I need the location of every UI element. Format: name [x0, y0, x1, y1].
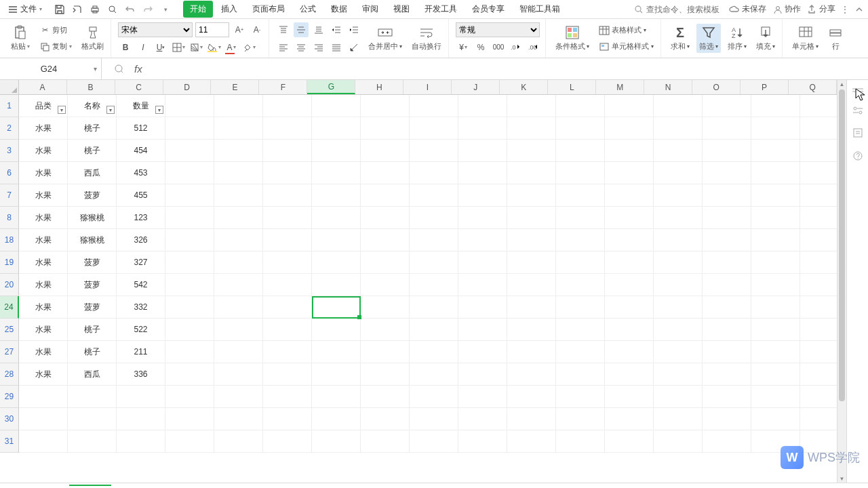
cell-style-button[interactable]: 单元格样式▾ — [596, 40, 656, 54]
cell[interactable] — [410, 140, 458, 162]
cell[interactable] — [361, 408, 410, 430]
cell[interactable] — [605, 251, 654, 274]
cell[interactable] — [165, 319, 214, 341]
row-header-29[interactable]: 29 — [0, 386, 19, 408]
cell[interactable] — [800, 117, 837, 140]
cell[interactable] — [214, 162, 263, 184]
cell[interactable]: 猕猴桃 — [68, 207, 117, 229]
cell[interactable] — [263, 117, 312, 140]
cell[interactable] — [751, 207, 800, 229]
cell[interactable] — [312, 274, 361, 296]
cell[interactable] — [361, 140, 410, 162]
format-painter-button[interactable]: 格式刷 — [79, 24, 106, 53]
cell[interactable]: 542 — [117, 274, 165, 296]
cell[interactable] — [703, 408, 751, 430]
cell[interactable] — [410, 274, 458, 296]
cell[interactable] — [751, 140, 800, 162]
cell[interactable] — [68, 430, 117, 453]
cell[interactable]: 水果 — [19, 363, 68, 386]
cell[interactable] — [214, 251, 263, 274]
cell[interactable]: 512 — [117, 117, 165, 140]
cell[interactable] — [19, 430, 68, 453]
scroll-up-button[interactable]: ▲ — [837, 80, 846, 88]
cell[interactable] — [800, 95, 837, 117]
orientation-button[interactable] — [347, 40, 361, 55]
cell[interactable] — [312, 363, 361, 386]
cell[interactable] — [361, 229, 410, 251]
cell[interactable] — [165, 207, 214, 229]
align-left-button[interactable] — [276, 40, 291, 55]
cell[interactable]: 桃子 — [68, 140, 117, 162]
cell[interactable] — [605, 207, 654, 229]
cell[interactable] — [654, 117, 703, 140]
cell[interactable] — [507, 95, 556, 117]
cell[interactable] — [458, 251, 507, 274]
cell[interactable] — [605, 363, 654, 386]
cell[interactable] — [165, 363, 214, 386]
cell[interactable] — [507, 251, 556, 274]
cell[interactable]: 327 — [117, 251, 165, 274]
cell[interactable] — [507, 319, 556, 341]
cell[interactable] — [19, 386, 68, 408]
cell[interactable]: 455 — [117, 184, 165, 207]
cell[interactable] — [605, 341, 654, 363]
cell[interactable] — [410, 207, 458, 229]
cell[interactable] — [703, 430, 751, 453]
cell[interactable]: 水果 — [19, 251, 68, 274]
cell[interactable] — [263, 430, 312, 453]
cell[interactable] — [312, 296, 361, 319]
sheet-tab[interactable]: Sheet1 — [69, 485, 111, 489]
cell[interactable] — [214, 207, 263, 229]
cell[interactable]: 454 — [117, 140, 165, 162]
row-header-30[interactable]: 30 — [0, 408, 19, 430]
cell[interactable]: 水果 — [19, 274, 68, 296]
cell[interactable] — [263, 341, 312, 363]
cell[interactable] — [263, 207, 312, 229]
cell[interactable] — [605, 430, 654, 453]
cell[interactable] — [507, 162, 556, 184]
paste-button[interactable]: 粘贴▾ — [8, 24, 33, 53]
save-button[interactable] — [53, 3, 66, 16]
cell[interactable]: 水果 — [19, 319, 68, 341]
align-top-button[interactable] — [276, 22, 291, 37]
cell[interactable] — [800, 229, 837, 251]
filter-dropdown-button[interactable]: ▾ — [155, 106, 163, 114]
copy-button[interactable]: 复制▾ — [37, 40, 75, 54]
cell[interactable] — [458, 117, 507, 140]
command-search[interactable] — [634, 5, 721, 14]
cell[interactable] — [507, 274, 556, 296]
cell[interactable] — [654, 319, 703, 341]
cell[interactable]: 水果 — [19, 229, 68, 251]
cell[interactable] — [263, 363, 312, 386]
cell[interactable] — [312, 408, 361, 430]
cell[interactable] — [800, 386, 837, 408]
cell[interactable] — [361, 207, 410, 229]
last-sheet-button[interactable]: ⏭ — [53, 486, 65, 489]
increase-decimal-button[interactable]: .0 — [509, 40, 524, 55]
cell[interactable] — [165, 184, 214, 207]
cell[interactable] — [165, 229, 214, 251]
cell[interactable] — [458, 140, 507, 162]
cell[interactable] — [165, 95, 214, 117]
cell[interactable] — [165, 386, 214, 408]
col-header-O[interactable]: O — [692, 80, 741, 94]
cell[interactable]: 水果 — [19, 184, 68, 207]
cell[interactable]: 123 — [117, 207, 165, 229]
cell[interactable] — [263, 386, 312, 408]
cell[interactable] — [117, 430, 165, 453]
cell[interactable] — [507, 229, 556, 251]
cell[interactable] — [361, 251, 410, 274]
select-all-corner[interactable] — [0, 80, 19, 94]
cell[interactable] — [410, 117, 458, 140]
fill-color-button[interactable] — [206, 40, 221, 55]
cell[interactable] — [410, 229, 458, 251]
col-header-C[interactable]: C — [115, 80, 163, 94]
cell[interactable] — [605, 117, 654, 140]
cell[interactable] — [703, 207, 751, 229]
cell[interactable] — [165, 117, 214, 140]
cell[interactable] — [654, 274, 703, 296]
cell[interactable] — [605, 274, 654, 296]
cell[interactable] — [751, 162, 800, 184]
menu-tab-0[interactable]: 开始 — [183, 1, 213, 18]
cell[interactable] — [556, 95, 605, 117]
